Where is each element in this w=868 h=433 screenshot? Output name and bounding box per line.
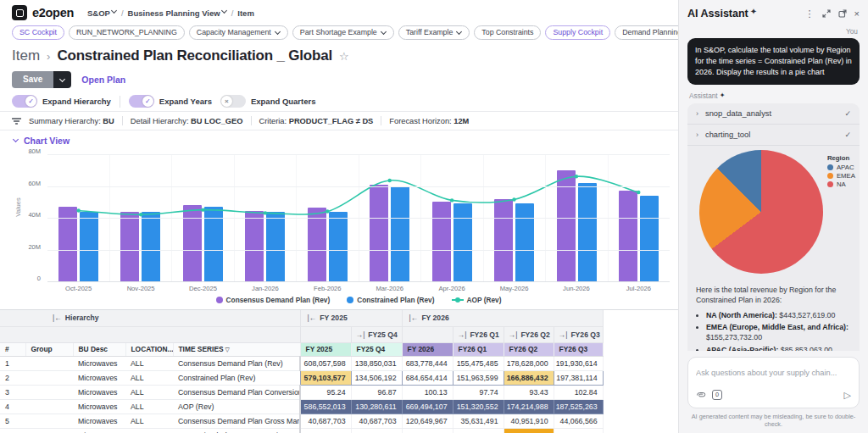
cell-value[interactable]: 120,649,967 (402, 414, 453, 428)
pane-header-fy-2026[interactable]: |←FY 2026 (402, 310, 603, 326)
filter-funnel-icon[interactable] (12, 117, 21, 125)
cell-value[interactable]: 40,687,703 (351, 414, 402, 428)
cell-value[interactable]: 34,820,943 (453, 428, 504, 433)
close-icon[interactable]: × (854, 8, 860, 19)
legend-item-aop-rev-[interactable]: AOP (Rev) (452, 296, 502, 304)
bar-constrained-plan-rev-[interactable] (266, 212, 285, 282)
cell-value[interactable]: 608,057,598 (300, 356, 351, 370)
tool-row-charting_tool[interactable]: ›charting_tool✓ (687, 125, 860, 146)
toggle-switch[interactable]: ✓ (129, 95, 154, 108)
column-header-bu-desc[interactable]: BU Desc (73, 342, 125, 356)
favorite-star-icon[interactable]: ☆ (339, 50, 349, 63)
breadcrumb-item[interactable]: Item (237, 8, 254, 18)
save-dropdown-button[interactable] (53, 71, 71, 88)
toggle-expand-years[interactable]: ✓Expand Years (129, 95, 212, 108)
tab-demand-planning[interactable]: Demand Planning (615, 25, 679, 40)
cell-value[interactable]: 93.43 (504, 385, 554, 399)
tab-sc-cockpit[interactable]: SC Cockpit (12, 25, 64, 40)
tab-part-shortage-example[interactable]: Part Shortage Example (292, 25, 394, 40)
column-header-fy26-q1[interactable]: FY26 Q1 (453, 342, 504, 356)
cell-value[interactable]: 174,214,988 (504, 399, 554, 414)
legend-item-constrained-plan-rev-[interactable]: Constrained Plan (Rev) (347, 296, 434, 304)
table-row[interactable]: 6MicrowavesALLConstrained Plan Gross Mar… (0, 428, 603, 433)
bar-constrained-plan-rev-[interactable] (453, 203, 472, 281)
cell-value[interactable]: 151,963,599 (453, 370, 504, 385)
cell-value[interactable]: 134,506,192 (351, 370, 402, 385)
column-header-group[interactable]: Group (25, 342, 73, 356)
bar-constrained-plan-rev-[interactable] (578, 183, 597, 281)
toggle-expand-hierarchy[interactable]: ✓Expand Hierarchy (12, 95, 111, 108)
tool-row-snop_data_analyst[interactable]: ›snop_data_analyst✓ (687, 103, 860, 125)
bar-consensus-demand-plan-rev-[interactable] (245, 211, 264, 281)
save-button[interactable]: Save (12, 71, 53, 88)
bar-constrained-plan-rev-[interactable] (329, 212, 348, 281)
cell-value[interactable]: 100.13 (402, 385, 453, 399)
quarter-header--fy25-q4[interactable]: →|FY25 Q4 (351, 326, 402, 342)
tab-supply-cockpit[interactable]: Supply Cockpit (545, 25, 610, 40)
breadcrumb-item[interactable]: Business Planning View (128, 8, 227, 18)
cell-value[interactable]: 166,886,432 (504, 370, 554, 385)
pane-header-hierarchy[interactable]: |←Hierarchy (0, 310, 300, 326)
page-section[interactable]: Item (12, 47, 40, 64)
cell-value[interactable]: 151,320,552 (453, 399, 504, 414)
kebab-menu-icon[interactable]: ⋮ (805, 8, 815, 19)
cell-value[interactable]: 95.24 (300, 385, 351, 399)
open-in-new-icon[interactable] (838, 9, 847, 18)
quarter-header--fy26-q1[interactable]: →|FY26 Q1 (453, 326, 504, 342)
quarter-header--fy26-q2[interactable]: →|FY26 Q2 (504, 326, 554, 342)
filter-item[interactable]: Criteria: PRODUCT_FLAG ≠ DS (259, 117, 374, 125)
ai-conversation[interactable]: You In S&OP, calculate the total volume … (679, 25, 868, 351)
filter-item[interactable]: Summary Hierarchy: BU (29, 117, 114, 125)
expand-panel-icon[interactable] (822, 9, 831, 18)
bar-constrained-plan-rev-[interactable] (391, 186, 409, 282)
cell-value[interactable]: 155,475,485 (453, 356, 504, 370)
cell-value[interactable]: 187,525,263 (554, 399, 603, 414)
breadcrumb-item[interactable]: S&OP (87, 8, 117, 18)
table-row[interactable]: 1MicrowavesALLConsensus Demand Plan (Rev… (0, 356, 603, 370)
column-header-fy-2025[interactable]: FY 2025 (300, 342, 351, 356)
cell-value[interactable]: 37,006,942 (351, 428, 402, 433)
cell-value[interactable]: 130,280,611 (351, 399, 402, 414)
cell-value[interactable]: 36,332,976 (504, 428, 554, 433)
chart-view-header[interactable]: Chart View (0, 130, 678, 149)
chat-input[interactable] (696, 369, 851, 377)
bar-consensus-demand-plan-rev-[interactable] (183, 205, 202, 281)
filter-icon[interactable]: ▽ (224, 347, 230, 353)
cell-value[interactable]: 44,066,566 (554, 414, 603, 428)
cell-value[interactable]: 191,930,614 (554, 356, 603, 370)
context-count-badge[interactable]: 0 (712, 390, 722, 400)
tab-tariff-example[interactable]: Tariff Example (398, 25, 470, 40)
cell-value[interactable]: 96.87 (351, 385, 402, 399)
column-header-fy25-q4[interactable]: FY25 Q4 (351, 342, 402, 356)
bar-constrained-plan-rev-[interactable] (80, 212, 98, 282)
bar-constrained-plan-rev-[interactable] (515, 203, 534, 281)
cell-value[interactable]: 138,850,031 (351, 356, 402, 370)
legend-item-consensus-demand-plan-rev-[interactable]: Consensus Demand Plan (Rev) (216, 296, 331, 304)
cell-value[interactable]: 40,951,910 (504, 414, 554, 428)
cell-value[interactable]: 45,212,450 (554, 428, 603, 433)
cell-value[interactable]: 178,628,000 (504, 356, 554, 370)
cell-value[interactable]: 579,103,577 (300, 370, 351, 385)
table-row[interactable]: 2MicrowavesALLConstrained Plan (Rev)579,… (0, 370, 603, 385)
filter-item[interactable]: Forecast Horizon: 12M (389, 117, 469, 125)
table-row[interactable]: 3MicrowavesALLConsensus Demand Plan Conv… (0, 385, 603, 399)
cell-value[interactable]: 102.84 (554, 385, 603, 399)
cell-value[interactable]: 118,366,369 (402, 428, 453, 433)
filter-item[interactable]: Detail Hierarchy: BU LOC_GEO (131, 117, 243, 125)
cell-value[interactable]: 197,381,114 (554, 370, 603, 385)
cell-value[interactable]: 37,006,942 (300, 428, 351, 433)
column-header-fy26-q3[interactable]: FY26 Q3 (554, 342, 603, 356)
bar-consensus-demand-plan-rev-[interactable] (619, 191, 637, 281)
cell-value[interactable]: 669,494,107 (402, 399, 453, 414)
cell-value[interactable]: 35,631,491 (453, 414, 504, 428)
toggle-expand-quarters[interactable]: ×Expand Quarters (220, 95, 316, 108)
column-header-location-[interactable]: LOCATION... (125, 342, 173, 356)
column-header-fy26-q2[interactable]: FY26 Q2 (504, 342, 554, 356)
attachment-icon[interactable] (696, 387, 706, 402)
bar-constrained-plan-rev-[interactable] (142, 212, 160, 281)
send-icon[interactable]: ▷ (844, 390, 851, 401)
quarter-header--fy26-q3[interactable]: →|FY26 Q3 (554, 326, 603, 342)
save-split-button[interactable]: Save (12, 71, 71, 88)
bar-consensus-demand-plan-rev-[interactable] (370, 185, 388, 281)
cell-value[interactable]: 40,687,703 (300, 414, 351, 428)
